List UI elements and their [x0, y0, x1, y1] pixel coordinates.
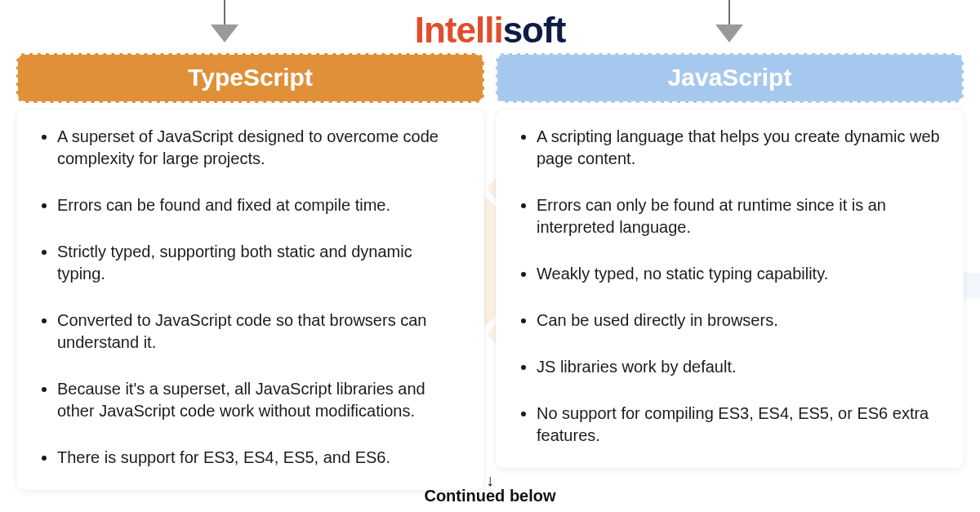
column-typescript: TypeScript A superset of JavaScript desi… [16, 53, 484, 490]
arrow-down-icon: ↓ [0, 475, 980, 485]
continued-label: Continued below [0, 487, 980, 505]
list-item: Can be used directly in browsers. [537, 309, 941, 332]
continued-indicator: ↓ Continued below [0, 475, 980, 505]
feature-list-typescript: A superset of JavaScript designed to ove… [39, 126, 461, 469]
column-javascript: JavaScript A scripting language that hel… [496, 53, 964, 490]
column-body-javascript: A scripting language that helps you crea… [496, 109, 964, 469]
brand-logo: Intellisoft [0, 10, 980, 51]
brand-part1: Intelli [415, 10, 503, 50]
list-item: Errors can only be found at runtime sinc… [537, 194, 941, 238]
column-header-javascript: JavaScript [496, 53, 964, 103]
column-header-typescript: TypeScript [16, 53, 484, 103]
brand-part2: soft [503, 10, 566, 50]
list-item: Because it's a superset, all JavaScript … [57, 378, 461, 422]
list-item: Errors can be found and fixed at compile… [57, 194, 461, 216]
list-item: Strictly typed, supporting both static a… [57, 241, 461, 285]
list-item: Converted to JavaScript code so that bro… [57, 309, 461, 354]
column-body-typescript: A superset of JavaScript designed to ove… [16, 109, 484, 490]
list-item: There is support for ES3, ES4, ES5, and … [57, 447, 461, 469]
list-item: A scripting language that helps you crea… [537, 126, 941, 170]
feature-list-javascript: A scripting language that helps you crea… [519, 126, 941, 447]
list-item: JS libraries work by default. [537, 356, 941, 378]
list-item: No support for compiling ES3, ES4, ES5, … [537, 403, 941, 447]
list-item: Weakly typed, no static typing capabilit… [537, 263, 941, 285]
list-item: A superset of JavaScript designed to ove… [57, 126, 461, 170]
comparison-columns: TypeScript A superset of JavaScript desi… [16, 53, 964, 490]
